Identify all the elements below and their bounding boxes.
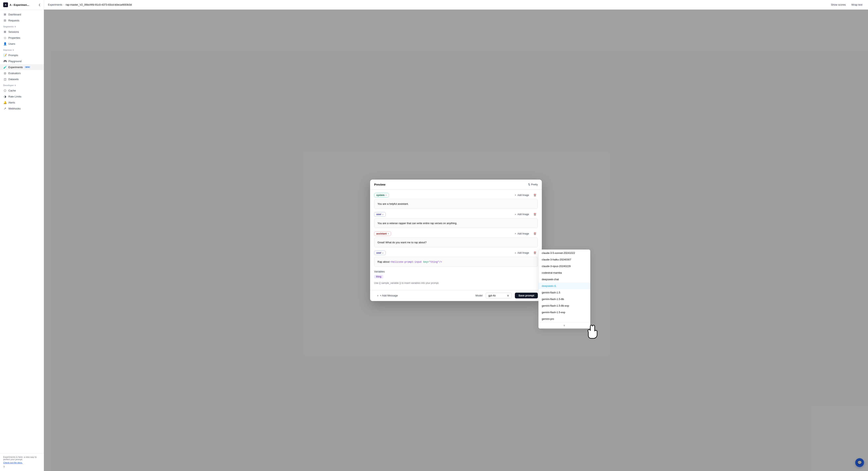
msg-content-user-2[interactable]: Rap about <helicone-prompt-input key="th… xyxy=(374,257,538,267)
sidebar-item-sessions[interactable]: ⊞ Sessions xyxy=(0,29,44,35)
section-improve[interactable]: Improve ∨ xyxy=(0,47,44,52)
delete-button-user-2[interactable]: 🗑 xyxy=(532,251,538,255)
sidebar-item-label: Sessions xyxy=(8,30,19,33)
sidebar-nav: ⊞ Dashboard ⊟ Requests Segments ∨ ⊞ Sess… xyxy=(0,10,44,453)
plus-icon: ＋ xyxy=(376,294,379,297)
msg-header-user-1: user ∨ ＋ Add Image 🗑 xyxy=(374,212,538,217)
add-message-button[interactable]: ＋ + Add Message xyxy=(374,293,400,299)
plus-icon: ＋ xyxy=(514,193,517,197)
model-select-dropdown[interactable]: gpt-4o ∨ xyxy=(486,293,512,298)
msg-content-assistant[interactable]: Great! What do you want me to rap about? xyxy=(374,237,538,247)
sidebar-item-evaluators[interactable]: ◎ Evaluators xyxy=(0,70,44,76)
sidebar-item-rate-limits[interactable]: ◑ Rate Limits xyxy=(0,93,44,99)
dropdown-item-gemini-flash-1-5[interactable]: gemini-flash-1.5 xyxy=(538,289,590,296)
message-block-user-2: user ∨ ＋ Add Image 🗑 xyxy=(374,251,538,267)
add-image-label: Add Image xyxy=(518,252,529,254)
dropdown-item-claude-3-5-sonnet[interactable]: claude-3-5-sonnet-20241022 xyxy=(538,250,590,256)
role-badge-system[interactable]: system ∨ xyxy=(374,193,389,197)
experiments-icon: 🧪 xyxy=(3,65,7,69)
msg-content-system[interactable]: You are a helpful assistant. xyxy=(374,199,538,209)
msg-header-system: system ∨ ＋ Add Image 🗑 xyxy=(374,193,538,197)
section-developer[interactable]: Developer ∨ xyxy=(0,82,44,87)
show-scores-button[interactable]: Show scores xyxy=(829,2,847,7)
dialog-title: Preview xyxy=(374,183,385,186)
role-label-system: system xyxy=(376,194,384,197)
pretty-label: Pretty xyxy=(531,183,538,186)
add-image-button-system[interactable]: ＋ Add Image xyxy=(513,193,531,197)
msg-actions-system: ＋ Add Image 🗑 xyxy=(513,193,538,197)
model-label: Model xyxy=(475,294,483,297)
dropdown-item-claude-3-opus[interactable]: claude-3-opus-20240229 xyxy=(538,263,590,269)
sidebar-item-label: Properties xyxy=(8,36,20,39)
sidebar-item-label: Evaluators xyxy=(8,72,21,75)
prompts-icon: 📝 xyxy=(3,54,7,57)
role-label-user-1: user xyxy=(376,213,381,216)
sort-icon: ⇅ xyxy=(528,183,530,186)
evaluators-icon: ◎ xyxy=(3,71,7,75)
dropdown-show-more[interactable]: ∨ xyxy=(563,324,565,327)
help-btn[interactable]: ? xyxy=(3,465,40,469)
dropdown-item-gemini-flash-1-5-8b-exp[interactable]: gemini-flash-1.5-8b-exp xyxy=(538,302,590,309)
add-image-label: Add Image xyxy=(518,194,529,197)
sidebar-item-label: Dashboard xyxy=(8,13,21,16)
save-prompt-button[interactable]: Save prompt xyxy=(515,293,538,298)
main-area: Experiments › rap-master_V2_06bcf4fd-91c… xyxy=(44,0,868,471)
plus-icon: ＋ xyxy=(514,213,517,216)
dropdown-item-deepseek-chat[interactable]: deepseek-chat xyxy=(538,276,590,283)
msg-header-assistant: assistant ∨ ＋ Add Image 🗑 xyxy=(374,231,538,236)
variables-hint: Use {{ sample_variable }} to insert vari… xyxy=(374,282,538,285)
sidebar-item-experiments[interactable]: 🧪 Experiments NEW xyxy=(0,64,44,70)
footer-docs-link[interactable]: Check out the docs. xyxy=(3,462,23,464)
wrap-text-button[interactable]: Wrap text xyxy=(850,2,864,7)
variables-section: Variables thing xyxy=(374,270,538,278)
role-dropdown-arrow-assistant: ∨ xyxy=(388,233,389,235)
new-badge: NEW xyxy=(24,66,31,68)
dropdown-item-codestral-mamba[interactable]: codestral-mamba xyxy=(538,269,590,276)
sidebar-item-dashboard[interactable]: ⊞ Dashboard xyxy=(0,11,44,18)
msg-actions-assistant: ＋ Add Image 🗑 xyxy=(513,231,538,236)
sidebar-item-properties[interactable]: ◇ Properties xyxy=(0,35,44,41)
playground-icon: 🎮 xyxy=(3,60,7,63)
dropdown-item-gemini-flash-1-5-exp[interactable]: gemini-flash-1.5-exp xyxy=(538,309,590,316)
sidebar-item-users[interactable]: 👤 Users xyxy=(0,41,44,47)
datasets-icon: ◫ xyxy=(3,78,7,81)
add-image-button-user-1[interactable]: ＋ Add Image xyxy=(513,212,531,217)
prompt-input-code: <helicone-prompt-input key="thing"/> xyxy=(390,261,442,263)
add-image-button-assistant[interactable]: ＋ Add Image xyxy=(513,231,531,236)
role-dropdown-arrow-user-2: ∨ xyxy=(382,252,383,254)
message-block-assistant: assistant ∨ ＋ Add Image 🗑 xyxy=(374,231,538,247)
delete-button-assistant[interactable]: 🗑 xyxy=(532,232,538,236)
role-badge-user-1[interactable]: user ∨ xyxy=(374,212,386,216)
delete-button-system[interactable]: 🗑 xyxy=(532,193,538,197)
role-dropdown-arrow-system: ∨ xyxy=(385,194,387,196)
dropdown-item-deepseek-r1[interactable]: deepseek-r1 xyxy=(538,283,590,289)
role-badge-user-2[interactable]: user ∨ xyxy=(374,251,386,255)
add-image-button-user-2[interactable]: ＋ Add Image xyxy=(513,251,531,255)
chevron-down-icon: ∨ xyxy=(507,294,509,297)
dropdown-item-gemini-pro[interactable]: gemini-pro xyxy=(538,316,590,322)
sidebar-item-cache[interactable]: ⬡ Cache xyxy=(0,87,44,93)
delete-button-user-1[interactable]: 🗑 xyxy=(532,212,538,216)
sidebar-item-alerts[interactable]: 🔔 Alerts xyxy=(0,99,44,106)
sidebar-item-webhooks[interactable]: ↗ Webhooks xyxy=(0,106,44,112)
dialog-header: Preview ⇅ Pretty xyxy=(370,180,542,189)
cache-icon: ⬡ xyxy=(3,89,7,92)
add-image-label: Add Image xyxy=(518,213,529,216)
msg-header-user-2: user ∨ ＋ Add Image 🗑 xyxy=(374,251,538,255)
sidebar-item-label: Users xyxy=(8,42,15,45)
sidebar-item-datasets[interactable]: ◫ Datasets xyxy=(0,76,44,82)
sidebar-item-requests[interactable]: ⊟ Requests xyxy=(0,18,44,23)
breadcrumb-root[interactable]: Experiments xyxy=(48,3,62,6)
msg-content-user-1[interactable]: You are a veteran rapper that can write … xyxy=(374,218,538,228)
sidebar-collapse-btn[interactable]: ❮ xyxy=(38,3,40,6)
dropdown-item-gemini-flash-1-5-8b[interactable]: gemini-flash-1.5-8b xyxy=(538,296,590,302)
role-badge-assistant[interactable]: assistant ∨ xyxy=(374,232,391,236)
message-block-user-1: user ∨ ＋ Add Image 🗑 xyxy=(374,212,538,228)
pretty-toggle[interactable]: ⇅ Pretty xyxy=(528,183,538,186)
msg-actions-user-2: ＋ Add Image 🗑 xyxy=(513,251,538,255)
section-segments[interactable]: Segments ∨ xyxy=(0,23,44,29)
dropdown-item-claude-3-haiku[interactable]: claude-3-haiku-20240307 xyxy=(538,256,590,263)
footer-experiments-text: Experiments is here: a new way to perfec… xyxy=(3,456,40,461)
sidebar-item-prompts[interactable]: 📝 Prompts xyxy=(0,52,44,58)
sidebar-item-playground[interactable]: 🎮 Playground xyxy=(0,58,44,64)
